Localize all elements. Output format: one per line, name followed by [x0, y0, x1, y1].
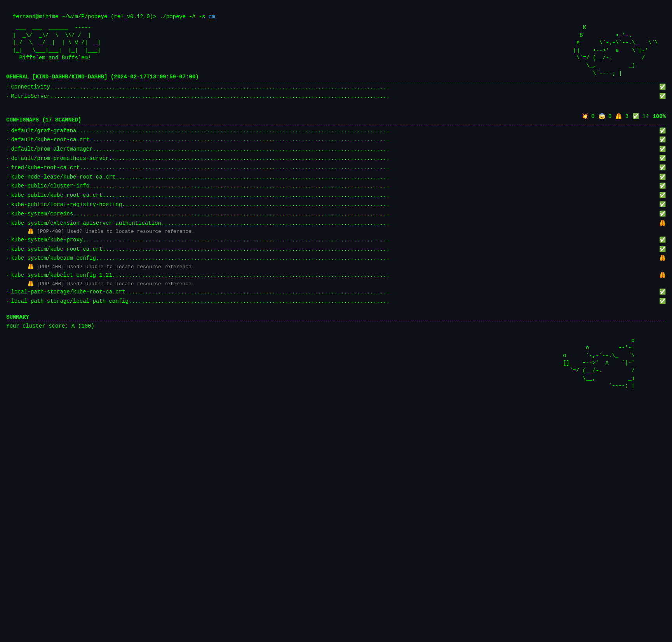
item-dots: ........................................… — [73, 210, 659, 219]
item-dots: ........................................… — [50, 83, 659, 92]
configmap-item-row: ·kube-system/kube-root-ca.crt...........… — [6, 245, 666, 254]
item-bullet: · — [6, 92, 9, 101]
item-icon: ✅ — [659, 154, 666, 163]
item-icon: 🦺 — [659, 254, 666, 263]
ascii-k8s-logo: K 8 •-'-. s \`-,-\`--.\_ \`\ [] •-->' a … — [557, 24, 658, 77]
item-icon: ✅ — [659, 210, 666, 219]
item-name: kube-system/extension-apiserver-authenti… — [11, 219, 161, 228]
item-name: kube-system/kube-proxy — [11, 236, 83, 245]
item-icon: 🦺 — [659, 271, 666, 280]
prompt-command: ./popeye -A -s — [157, 14, 209, 20]
configmap-item-wrapper: ·kube-system/extension-apiserver-authent… — [6, 219, 666, 236]
item-dots: ........................................… — [103, 245, 659, 254]
header-section: ___ ___ ______ ----- | _\/ _\/ \ \\/ / |… — [6, 24, 666, 62]
item-icon: ✅ — [659, 127, 666, 136]
item-icon: ✅ — [659, 92, 666, 101]
configmap-item-wrapper: ·kube-public/cluster-info...............… — [6, 182, 666, 191]
item-icon: ✅ — [659, 191, 666, 200]
item-message: 🦺 [POP-400] Used? Unable to locate resou… — [6, 228, 666, 236]
general-divider — [6, 81, 666, 81]
configmap-item-row: ·kube-public/cluster-info...............… — [6, 182, 666, 191]
item-name: MetricServer — [11, 92, 50, 101]
item-bullet: · — [6, 245, 9, 254]
configmap-item-row: ·kube-system/extension-apiserver-authent… — [6, 219, 666, 228]
item-dots: ........................................… — [122, 200, 659, 210]
item-bullet: · — [6, 200, 9, 210]
item-bullet: · — [6, 163, 9, 173]
item-name: kube-public/cluster-info — [11, 182, 89, 191]
item-icon: ✅ — [659, 135, 666, 145]
configmaps-section-title: CONFIGMAPS (17 SCANNED) — [6, 117, 81, 123]
item-bullet: · — [6, 145, 9, 154]
configmap-item-wrapper: ·kube-node-lease/kube-root-ca.crt.......… — [6, 173, 666, 182]
item-bullet: · — [6, 135, 9, 145]
item-name: kube-system/kubeadm-config — [11, 254, 96, 263]
item-dots: ........................................… — [89, 135, 659, 145]
configmap-item-row: ·local-path-storage/kube-root-ca.crt....… — [6, 288, 666, 297]
item-dots: ........................................… — [161, 219, 659, 228]
item-bullet: · — [6, 288, 9, 297]
item-dots: ........................................… — [80, 163, 659, 173]
item-name: fred/kube-root-ca.crt — [11, 163, 79, 173]
item-bullet: · — [6, 219, 9, 228]
summary-score: Your cluster score: A (100) — [6, 323, 666, 329]
configmap-item-wrapper: ·default/prom-prometheus-server.........… — [6, 154, 666, 163]
ascii-bottom-logo: o o •-'-. o `-,-`--.\_ `\ [] •-->' A `|-… — [6, 337, 666, 390]
item-bullet: · — [6, 210, 9, 219]
warn-badge: 🦺 3 — [615, 113, 628, 120]
configmap-item-row: ·kube-public/kube-root-ca.crt...........… — [6, 191, 666, 200]
configmap-item-wrapper: ·default/prom-alertmanager..............… — [6, 145, 666, 154]
configmap-item-row: ·default/prom-prometheus-server.........… — [6, 154, 666, 163]
configmap-item-wrapper: ·kube-system/coredns....................… — [6, 210, 666, 219]
configmap-item-wrapper: ·fred/kube-root-ca.crt..................… — [6, 163, 666, 173]
item-bullet: · — [6, 154, 9, 163]
item-icon: 🦺 — [659, 219, 666, 228]
item-dots: ........................................… — [129, 297, 659, 306]
item-dots: ........................................… — [115, 173, 659, 182]
item-bullet: · — [6, 297, 9, 306]
prompt-user: fernand@minime — [13, 14, 59, 20]
prompt-link[interactable]: cm — [209, 14, 215, 20]
configmap-item-wrapper: ·local-path-storage/kube-root-ca.crt....… — [6, 288, 666, 297]
configmap-item-wrapper: ·kube-public/kube-root-ca.crt...........… — [6, 191, 666, 200]
prompt-path: ~/w/m/P/popeye — [62, 14, 108, 20]
item-dots: ........................................… — [125, 288, 659, 297]
configmap-item-row: ·default/prom-alertmanager..............… — [6, 145, 666, 154]
item-icon: ✅ — [659, 173, 666, 182]
general-item-row: ·Connectivity...........................… — [6, 83, 666, 92]
item-name: kube-system/kubelet-config-1.21 — [11, 271, 112, 280]
item-name: default/prom-prometheus-server — [11, 154, 109, 163]
configmap-item-wrapper: ·kube-system/kube-proxy.................… — [6, 236, 666, 245]
configmap-item-row: ·default/graf-grafana...................… — [6, 127, 666, 136]
summary-section-title: SUMMARY — [6, 314, 666, 320]
item-name: kube-system/kube-root-ca.crt — [11, 245, 102, 254]
summary-divider — [6, 321, 666, 321]
general-item-row: ·MetricServer...........................… — [6, 92, 666, 101]
item-dots: ........................................… — [109, 154, 659, 163]
item-dots: ........................................… — [92, 145, 659, 154]
item-message: 🦺 [POP-400] Used? Unable to locate resou… — [6, 263, 666, 271]
percent-badge: 100% — [653, 113, 666, 120]
item-bullet: · — [6, 271, 9, 280]
item-icon: ✅ — [659, 200, 666, 210]
item-dots: ........................................… — [112, 271, 659, 280]
item-name: default/prom-alertmanager — [11, 145, 92, 154]
item-bullet: · — [6, 83, 9, 92]
item-name: Connectivity — [11, 83, 50, 92]
item-bullet: · — [6, 191, 9, 200]
configmaps-divider — [6, 125, 666, 125]
item-bullet: · — [6, 173, 9, 182]
configmap-item-wrapper: ·default/kube-root-ca.crt...............… — [6, 135, 666, 145]
item-icon: ✅ — [659, 236, 666, 245]
configmap-item-row: ·kube-node-lease/kube-root-ca.crt.......… — [6, 173, 666, 182]
configmap-item-wrapper: ·kube-public/local-registry-hosting.....… — [6, 200, 666, 210]
configmap-item-row: ·kube-system/kubeadm-config.............… — [6, 254, 666, 263]
configmap-item-row: ·kube-system/kube-proxy.................… — [6, 236, 666, 245]
configmap-item-row: ·kube-system/coredns....................… — [6, 210, 666, 219]
item-bullet: · — [6, 254, 9, 263]
item-icon: ✅ — [659, 163, 666, 173]
item-name: default/kube-root-ca.crt — [11, 135, 89, 145]
item-dots: ........................................… — [50, 92, 659, 101]
item-dots: ........................................… — [76, 127, 659, 136]
item-name: local-path-storage/kube-root-ca.crt — [11, 288, 125, 297]
